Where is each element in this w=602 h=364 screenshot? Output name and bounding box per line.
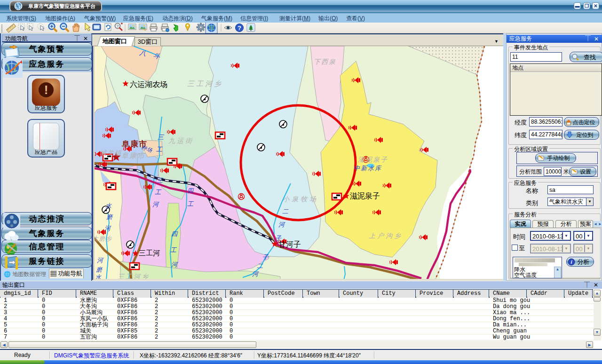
svg-text:甘河子: 甘河子 <box>278 240 301 248</box>
svg-text:滋泥泉子: 滋泥泉子 <box>350 192 380 200</box>
svg-text:水: 水 <box>95 274 102 279</box>
svg-text:小泉牧场: 小泉牧场 <box>283 195 318 203</box>
svg-text:二: 二 <box>257 262 263 269</box>
svg-text:二: 二 <box>282 208 289 215</box>
svg-text:下西泉: 下西泉 <box>314 58 336 65</box>
svg-text:工: 工 <box>170 246 177 253</box>
svg-text:三工河乡: 三工河乡 <box>118 273 150 279</box>
svg-text:四: 四 <box>171 230 178 237</box>
svg-text:三: 三 <box>157 177 164 184</box>
svg-text:河: 河 <box>252 270 259 277</box>
svg-text:?: ? <box>238 24 241 32</box>
svg-text:子: 子 <box>275 235 282 242</box>
svg-text:工: 工 <box>187 200 194 207</box>
svg-text:河: 河 <box>171 261 178 268</box>
svg-text:中新水库: 中新水库 <box>354 165 382 172</box>
svg-text:磨: 磨 <box>96 266 103 273</box>
svg-text:?: ? <box>117 24 119 28</box>
svg-text:上户沟乡: 上户沟乡 <box>369 232 403 239</box>
svg-text:子: 子 <box>262 253 269 261</box>
svg-text:滋泥泉子: 滋泥泉子 <box>358 156 388 163</box>
svg-text:城关镇: 城关镇 <box>100 149 122 157</box>
svg-text:大磨乡: 大磨乡 <box>92 235 112 242</box>
svg-text:磨: 磨 <box>106 214 113 221</box>
svg-text:工: 工 <box>156 146 163 153</box>
svg-text:水: 水 <box>105 202 112 209</box>
svg-text:工: 工 <box>155 189 161 196</box>
svg-text:三工河乡: 三工河乡 <box>187 79 223 87</box>
svg-text:四: 四 <box>187 187 194 194</box>
svg-text:河: 河 <box>152 201 159 208</box>
svg-text:六运湖农场: 六运湖农场 <box>130 80 167 88</box>
svg-text:阜康市: 阜康市 <box>121 151 145 159</box>
svg-text:河: 河 <box>97 257 104 264</box>
svg-text:三工河: 三工河 <box>139 249 160 257</box>
svg-text:三: 三 <box>158 134 165 141</box>
svg-text:河: 河 <box>104 225 111 232</box>
svg-text:河: 河 <box>278 221 285 228</box>
svg-text:九运街: 九运街 <box>168 137 194 144</box>
